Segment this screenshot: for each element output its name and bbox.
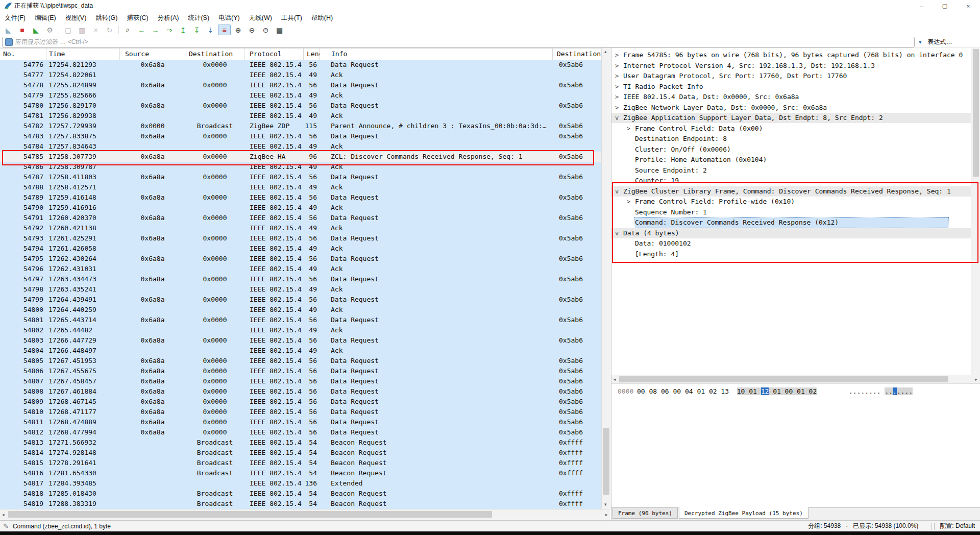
menu-无线W[interactable]: 无线(W) [244, 12, 277, 24]
auto-scroll-icon[interactable]: ⇣ [204, 25, 217, 35]
packet-row[interactable]: 5480317266.4477290x6a8a0x0000IEEE 802.15… [0, 335, 601, 346]
packet-row[interactable]: 5481317271.566932BroadcastIEEE 802.15.45… [0, 437, 601, 448]
column-header-length[interactable]: Length [303, 48, 320, 60]
tree-row[interactable]: >Frame 54785: 96 bytes on wire (768 bits… [611, 50, 971, 60]
tree-row[interactable]: >User Datagram Protocol, Src Port: 17760… [611, 71, 971, 81]
menu-文件F[interactable]: 文件(F) [0, 12, 30, 24]
windows-taskbar[interactable] [0, 531, 980, 535]
status-profile[interactable]: 配置: Default [940, 522, 975, 530]
scroll-thumb[interactable] [8, 511, 492, 518]
packet-row[interactable]: 5477717254.822061IEEE 802.15.449Ack [0, 70, 601, 80]
scroll-right-icon[interactable]: ▸ [975, 377, 977, 382]
packet-row[interactable]: 5478617258.309787IEEE 802.15.449Ack [0, 162, 601, 172]
scroll-thumb[interactable] [973, 49, 979, 177]
packet-row[interactable]: 5479117260.4203700x6a8a0x0000IEEE 802.15… [0, 213, 601, 223]
column-header-source[interactable]: Source [119, 48, 186, 60]
go-first-icon[interactable]: ↥ [177, 25, 189, 35]
collapsed-arrow-icon[interactable]: > [627, 197, 630, 207]
hex-ascii[interactable]: ........ ....... [849, 387, 913, 395]
column-header-info[interactable]: Info [320, 48, 552, 60]
packet-row[interactable]: 5481717284.393485IEEE 802.15.4136Extende… [0, 478, 601, 489]
packet-row[interactable]: 5477617254.8212930x6a8a0x0000IEEE 802.15… [0, 60, 601, 70]
go-to-packet-icon[interactable]: ⇒ [163, 25, 176, 35]
column-header-no-[interactable]: No. [0, 48, 46, 60]
packet-row[interactable]: 5481817285.018430BroadcastIEEE 802.15.45… [0, 489, 601, 499]
tree-row[interactable]: Profile: Home Automation (0x0104) [611, 155, 971, 165]
scroll-right-icon[interactable]: ▸ [605, 513, 608, 517]
tree-row[interactable]: >IEEE 802.15.4 Data, Dst: 0x0000, Src: 0… [611, 92, 971, 102]
packet-row[interactable]: 5479217260.421138IEEE 802.15.449Ack [0, 223, 601, 233]
resize-columns-icon[interactable]: ▦ [273, 25, 286, 35]
expanded-arrow-icon[interactable]: v [615, 186, 619, 197]
hex-byte-group[interactable]: .. [885, 387, 893, 395]
packet-row[interactable]: 5478817258.412571IEEE 802.15.449Ack [0, 182, 601, 192]
hex-byte-group[interactable]: ........ [849, 387, 881, 395]
tree-row[interactable]: Data: 01000102 [611, 238, 971, 249]
tree-row[interactable]: [Length: 4] [611, 249, 971, 259]
packet-row[interactable]: 5478317257.8338750x6a8a0x0000IEEE 802.15… [0, 131, 601, 141]
scroll-up-icon[interactable]: ▴ [604, 50, 607, 54]
packet-row[interactable]: 5478017256.8291700x6a8a0x0000IEEE 802.15… [0, 101, 601, 111]
tree-row[interactable]: >TI Radio Packet Info [611, 82, 971, 92]
scroll-left-icon[interactable]: ◂ [2, 513, 5, 517]
menu-编辑E[interactable]: 编辑(E) [30, 12, 61, 24]
collapsed-arrow-icon[interactable]: > [627, 124, 630, 134]
restart-capture-icon[interactable]: ◣ [30, 25, 42, 35]
packet-row[interactable]: 5481117268.4748890x6a8a0x0000IEEE 802.15… [0, 417, 601, 427]
go-back-icon[interactable]: ← [135, 25, 148, 35]
zoom-in-icon[interactable]: ⊕ [232, 25, 244, 35]
packet-row[interactable]: 5478717258.4118030x6a8a0x0000IEEE 802.15… [0, 172, 601, 182]
collapsed-arrow-icon[interactable]: > [615, 103, 619, 113]
scroll-down-icon[interactable]: ▾ [604, 502, 607, 507]
hex-byte-group[interactable]: .... [897, 387, 913, 395]
maximize-button[interactable]: ▢ [933, 0, 957, 12]
collapsed-arrow-icon[interactable]: > [615, 92, 619, 102]
menu-捕获C[interactable]: 捕获(C) [122, 12, 153, 24]
packet-list-hscrollbar[interactable]: ◂ ▸ [0, 509, 610, 520]
packet-row[interactable]: 5480017264.440259IEEE 802.15.449Ack [0, 305, 601, 315]
minimize-button[interactable]: – [910, 0, 933, 12]
zoom-out-icon[interactable]: ⊖ [246, 25, 258, 35]
start-capture-icon[interactable]: ◣ [2, 25, 15, 35]
packet-row[interactable]: 5481217268.4779940x6a8a0x0000IEEE 802.15… [0, 427, 601, 437]
packet-row[interactable]: 5479617262.431031IEEE 802.15.449Ack [0, 264, 601, 274]
packet-row[interactable]: 5478217257.7299390x0000BroadcastZigBee Z… [0, 121, 601, 131]
tree-row[interactable]: Cluster: On/Off (0x0006) [611, 144, 971, 155]
packet-row[interactable]: 5481017268.4711770x6a8a0x0000IEEE 802.15… [0, 407, 601, 417]
hex-byte-group[interactable]: 01 00 01 02 [773, 387, 817, 395]
packet-row[interactable]: 5478117256.829938IEEE 802.15.449Ack [0, 111, 601, 121]
zoom-reset-icon[interactable]: ⊜ [259, 25, 272, 35]
tree-row[interactable]: Counter: 19 [611, 176, 971, 186]
menu-视图V[interactable]: 视图(V) [61, 12, 91, 24]
filter-dropdown-icon[interactable]: ▾ [919, 39, 922, 45]
menu-电话Y[interactable]: 电话(Y) [214, 12, 244, 24]
close-button[interactable]: × [957, 0, 980, 12]
expert-info-icon[interactable]: ✎ [3, 522, 9, 530]
packet-row[interactable]: 5481417274.928148BroadcastIEEE 802.15.45… [0, 448, 601, 458]
packet-row[interactable]: 5480817267.4618840x6a8a0x0000IEEE 802.15… [0, 386, 601, 397]
close-file-icon[interactable]: × [89, 25, 102, 35]
packet-row[interactable]: 5481517278.291641BroadcastIEEE 802.15.45… [0, 458, 601, 468]
find-packet-icon[interactable]: ⌕ [121, 25, 134, 35]
hex-byte-selected[interactable]: 12 [761, 387, 769, 395]
packet-row[interactable]: 5480417266.448497IEEE 802.15.449Ack [0, 346, 601, 356]
tree-row[interactable]: vZigBee Application Support Layer Data, … [611, 113, 971, 123]
tree-row[interactable]: Command: Discover Commands Received Resp… [611, 217, 971, 228]
packet-row[interactable]: 5480217265.44482IEEE 802.15.449Ack [0, 325, 601, 335]
menu-工具T[interactable]: 工具(T) [277, 12, 307, 24]
packet-row[interactable]: 5480517267.4519530x6a8a0x0000IEEE 802.15… [0, 356, 601, 366]
reload-icon[interactable]: ↻ [103, 25, 116, 35]
packet-row[interactable]: 5479017259.416916IEEE 802.15.449Ack [0, 203, 601, 213]
byte-tab-active[interactable]: Decrypted ZigBee Payload (15 bytes) [679, 507, 808, 519]
display-filter-input[interactable]: 应用显示过滤器 … <Ctrl-/> [2, 37, 915, 47]
menu-帮助H[interactable]: 帮助(H) [307, 12, 337, 24]
menu-统计S[interactable]: 统计(S) [183, 12, 214, 24]
tree-row[interactable]: Source Endpoint: 2 [611, 165, 971, 176]
collapsed-arrow-icon[interactable]: > [615, 82, 619, 92]
tree-row[interactable]: vZigBee Cluster Library Frame, Command: … [611, 186, 971, 197]
hex-bytes[interactable]: 00 08 06 00 04 01 02 13 10 01 12 01 00 0… [637, 387, 817, 395]
tree-row[interactable]: vData (4 bytes) [611, 228, 971, 238]
expanded-arrow-icon[interactable]: v [615, 228, 619, 238]
packet-row[interactable]: 5479417261.426058IEEE 802.15.449Ack [0, 244, 601, 254]
tree-row[interactable]: >ZigBee Network Layer Data, Dst: 0x0000,… [611, 103, 971, 113]
